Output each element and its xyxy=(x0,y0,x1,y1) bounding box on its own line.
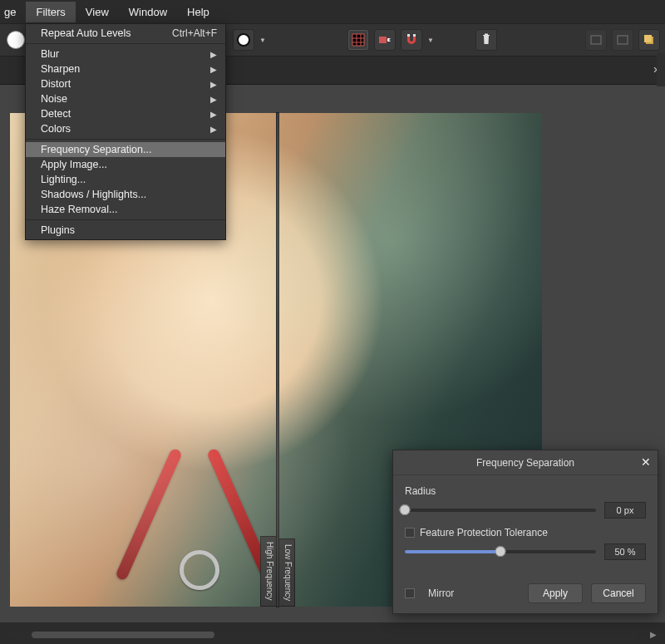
cancel-button[interactable]: Cancel xyxy=(591,583,646,603)
grid-toggle-button[interactable] xyxy=(347,29,369,51)
dialog-title: Frequency Separation xyxy=(476,457,574,469)
mirror-label: Mirror xyxy=(428,587,454,599)
menu-shadows-highlights[interactable]: Shadows / Highlights... xyxy=(26,187,225,202)
submenu-arrow-icon: ▶ xyxy=(210,50,217,59)
split-label-low-frequency[interactable]: Low Frequency xyxy=(278,538,295,607)
layers-stack-button[interactable] xyxy=(638,29,660,51)
radius-label: Radius xyxy=(405,485,646,497)
submenu-arrow-icon: ▶ xyxy=(210,110,217,119)
svg-rect-7 xyxy=(644,35,652,42)
right-panel-edge xyxy=(657,53,665,86)
mask-thumbnail-button[interactable] xyxy=(233,29,254,51)
image-content xyxy=(118,444,293,602)
panel-button-2[interactable] xyxy=(612,29,633,51)
magnet-icon xyxy=(405,33,418,47)
menubar: ge Filters View Window Help xyxy=(0,0,665,23)
menu-colors[interactable]: Colors▶ xyxy=(26,121,225,136)
menu-repeat-last[interactable]: Repeat Auto Levels Ctrl+Alt+F xyxy=(26,26,225,41)
submenu-arrow-icon: ▶ xyxy=(210,95,217,104)
mask-dropdown-arrow[interactable]: ▼ xyxy=(259,37,266,44)
menu-separator xyxy=(26,219,225,220)
svg-rect-4 xyxy=(591,36,601,44)
fpt-slider[interactable] xyxy=(405,550,596,553)
color-swatch[interactable] xyxy=(7,31,25,49)
snap-icon xyxy=(378,33,392,47)
menu-filters[interactable]: Filters xyxy=(26,2,75,22)
dialog-titlebar[interactable]: Frequency Separation ✕ xyxy=(393,450,658,475)
fpt-label: Feature Protection Tolerance xyxy=(420,527,548,538)
menu-haze-removal[interactable]: Haze Removal... xyxy=(26,202,225,217)
menu-image-truncated[interactable]: ge xyxy=(2,2,26,22)
split-label-high-frequency[interactable]: High Frequency xyxy=(260,536,277,607)
menu-plugins[interactable]: Plugins xyxy=(26,223,225,238)
filters-dropdown: Repeat Auto Levels Ctrl+Alt+F Blur▶ Shar… xyxy=(25,23,226,240)
scrollbar-thumb[interactable] xyxy=(32,632,214,638)
rect-icon xyxy=(616,33,629,47)
scroll-right-arrow-icon[interactable]: ▶ xyxy=(650,630,657,639)
menu-item-shortcut: Ctrl+Alt+F xyxy=(172,27,217,39)
trash-button[interactable] xyxy=(475,29,497,51)
rect-icon xyxy=(589,33,603,47)
menu-noise[interactable]: Noise▶ xyxy=(26,91,225,106)
layers-icon xyxy=(643,33,656,47)
menu-help[interactable]: Help xyxy=(177,2,219,22)
menu-blur[interactable]: Blur▶ xyxy=(26,47,225,61)
mirror-checkbox[interactable] xyxy=(405,588,415,598)
menu-frequency-separation[interactable]: Frequency Separation... xyxy=(26,142,225,157)
svg-rect-0 xyxy=(379,37,387,43)
radius-value[interactable]: 0 px xyxy=(604,502,646,519)
submenu-arrow-icon: ▶ xyxy=(210,80,217,89)
trash-icon xyxy=(480,33,493,47)
dialog-close-button[interactable]: ✕ xyxy=(641,455,651,469)
apply-button[interactable]: Apply xyxy=(528,583,583,603)
grid-icon xyxy=(352,33,365,47)
fpt-value[interactable]: 50 % xyxy=(604,543,646,560)
fpt-checkbox[interactable] xyxy=(405,528,415,538)
svg-rect-5 xyxy=(618,36,628,44)
submenu-arrow-icon: ▶ xyxy=(210,65,217,74)
snap-toggle-button[interactable] xyxy=(374,29,396,51)
magnet-button[interactable] xyxy=(401,29,422,51)
split-view-divider[interactable] xyxy=(277,113,278,607)
submenu-arrow-icon: ▶ xyxy=(210,125,217,134)
menu-lighting[interactable]: Lighting... xyxy=(26,172,225,187)
panel-button-1[interactable] xyxy=(585,29,607,51)
svg-rect-2 xyxy=(413,34,416,37)
menu-separator xyxy=(26,43,225,44)
svg-rect-3 xyxy=(485,34,488,36)
menu-apply-image[interactable]: Apply Image... xyxy=(26,157,225,172)
menu-distort[interactable]: Distort▶ xyxy=(26,76,225,91)
menu-view[interactable]: View xyxy=(76,2,119,22)
horizontal-scrollbar[interactable]: ▶ xyxy=(8,631,640,639)
menu-window[interactable]: Window xyxy=(119,2,177,22)
menu-separator xyxy=(26,139,225,140)
svg-rect-1 xyxy=(407,34,410,37)
menu-sharpen[interactable]: Sharpen▶ xyxy=(26,61,225,76)
menu-item-label: Repeat Auto Levels xyxy=(41,27,131,39)
frequency-separation-dialog: Frequency Separation ✕ Radius 0 px Featu… xyxy=(392,450,658,614)
magnet-dropdown-arrow[interactable]: ▼ xyxy=(427,37,434,44)
menu-detect[interactable]: Detect▶ xyxy=(26,106,225,121)
radius-slider[interactable] xyxy=(405,509,596,512)
